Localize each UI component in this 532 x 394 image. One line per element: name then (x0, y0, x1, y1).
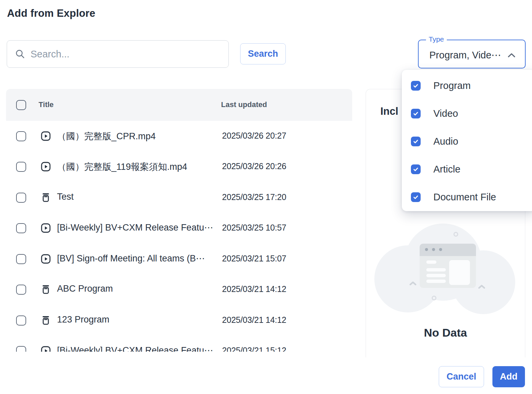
add-button[interactable]: Add (492, 366, 525, 387)
search-icon (15, 49, 25, 59)
program-icon (41, 315, 51, 325)
row-checkbox[interactable] (16, 162, 26, 172)
row-title: ABC Program (57, 284, 113, 294)
decor-chevron (410, 281, 416, 285)
video-icon (41, 254, 51, 264)
program-icon (41, 285, 51, 294)
row-checkbox[interactable] (16, 223, 26, 233)
dropdown-option-article[interactable]: Article (402, 155, 532, 183)
video-icon (41, 223, 51, 233)
dropdown-option-program[interactable]: Program (402, 72, 532, 100)
row-date: 2025/03/26 20:27 (222, 131, 286, 141)
search-placeholder: Search... (31, 49, 69, 60)
search-button[interactable]: Search (240, 43, 286, 64)
type-filter-select[interactable]: Type Program, Vide⋯ (418, 40, 526, 68)
table-row[interactable]: 123 Program 2025/03/21 14:12 (6, 305, 352, 336)
dropdown-option-label: Program (433, 80, 471, 91)
program-icon (41, 193, 51, 202)
row-title: Test (57, 192, 74, 202)
row-title: [Bi-Weekly] BV+CXM Release Featu⋯ (57, 222, 213, 233)
row-title: （國）完整版_CPR.mp4 (57, 130, 156, 142)
row-date: 2025/03/26 20:26 (222, 161, 286, 171)
table-row[interactable]: [Bi-Weekly] BV+CXM Release Featu⋯ 2025/0… (6, 213, 352, 244)
row-checkbox[interactable] (16, 193, 26, 203)
type-filter-value: Program, Vide⋯ (429, 49, 504, 61)
row-title: [BV] Sign-off Meeting: All teams (B⋯ (57, 253, 205, 264)
row-checkbox[interactable] (16, 315, 26, 326)
table-header: Title Last updated (6, 89, 352, 121)
decor-ring (432, 296, 436, 300)
row-title: 123 Program (57, 314, 109, 325)
row-date: 2025/03/21 15:07 (222, 254, 286, 263)
dropdown-option-audio[interactable]: Audio (402, 128, 532, 155)
dropdown-option-label: Document File (433, 192, 496, 203)
row-checkbox[interactable] (16, 346, 26, 352)
empty-state-window-icon (420, 244, 476, 288)
video-icon (41, 131, 51, 141)
row-date: 2025/03/25 17:20 (222, 192, 286, 202)
column-header-last-updated: Last updated (221, 100, 267, 109)
decor-chevron (478, 285, 485, 289)
checkbox-checked-icon[interactable] (411, 192, 421, 202)
chevron-up-icon (507, 52, 516, 58)
row-date: 2025/03/25 10:57 (222, 223, 286, 233)
decor-ring (454, 232, 458, 237)
select-all-checkbox[interactable] (16, 100, 26, 110)
row-title: （國）完整版_119報案須知.mp4 (57, 161, 187, 173)
cancel-button[interactable]: Cancel (439, 366, 484, 387)
row-date: 2025/03/21 14:12 (222, 284, 286, 294)
checkbox-checked-icon[interactable] (411, 164, 421, 174)
table-row[interactable]: （國）完整版_CPR.mp4 2025/03/26 20:27 (6, 121, 352, 152)
search-input[interactable]: Search... (7, 40, 229, 68)
checkbox-checked-icon[interactable] (411, 137, 421, 146)
page-title: Add from Explore (7, 7, 95, 19)
dropdown-option-video[interactable]: Video (402, 100, 532, 128)
dropdown-option-document-file[interactable]: Document File (402, 183, 532, 211)
type-filter-label: Type (426, 35, 447, 43)
no-data-label: No Data (366, 326, 525, 339)
table-row[interactable]: ABC Program 2025/03/21 14:12 (6, 275, 352, 305)
add-from-explore-dialog: Add from Explore Search... Search Type P… (0, 0, 532, 394)
included-panel-heading: Incl (380, 105, 398, 117)
explore-results-table: Title Last updated （國）完整版_CPR.mp4 2025/0… (6, 89, 352, 352)
video-icon (41, 346, 51, 352)
column-header-title: Title (39, 100, 54, 109)
row-checkbox[interactable] (16, 131, 26, 141)
row-date: 2025/03/21 15:12 (222, 346, 286, 352)
table-row[interactable]: [Bi-Weekly] BV+CXM Release Featu⋯ 2025/0… (6, 336, 352, 352)
type-filter-dropdown: Program Video Audio Article Document Fil… (402, 70, 532, 211)
dropdown-option-label: Article (433, 164, 461, 175)
dropdown-option-label: Video (433, 108, 458, 119)
video-icon (41, 162, 51, 171)
row-title: [Bi-Weekly] BV+CXM Release Featu⋯ (57, 345, 213, 352)
table-row[interactable]: Test 2025/03/25 17:20 (6, 182, 352, 213)
checkbox-checked-icon[interactable] (411, 109, 421, 118)
row-checkbox[interactable] (16, 285, 26, 295)
row-checkbox[interactable] (16, 254, 26, 264)
dropdown-option-label: Audio (433, 136, 458, 147)
table-row[interactable]: （國）完整版_119報案須知.mp4 2025/03/26 20:26 (6, 152, 352, 183)
row-date: 2025/03/21 14:12 (222, 315, 286, 325)
checkbox-checked-icon[interactable] (411, 81, 421, 91)
table-row[interactable]: [BV] Sign-off Meeting: All teams (B⋯ 202… (6, 244, 352, 275)
